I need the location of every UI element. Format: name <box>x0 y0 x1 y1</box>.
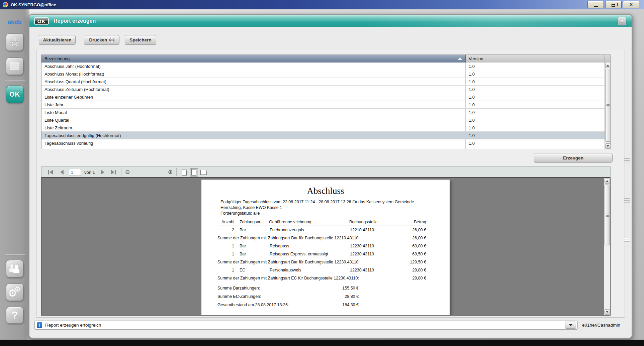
page-count-label: von 1 <box>84 170 95 175</box>
sidebar-help-button[interactable]: ? <box>6 307 23 324</box>
scroll-up-button[interactable] <box>605 63 611 68</box>
cell-zahlungsart: Bar <box>236 228 269 232</box>
preview-scrollbar-thumb[interactable] <box>605 185 610 245</box>
cell-version: 1.0 <box>466 86 605 93</box>
next-page-button[interactable] <box>101 170 104 175</box>
cell-version: 1.0 <box>466 109 605 116</box>
ok-badge-icon: OK <box>34 17 49 25</box>
table-row[interactable]: Abschluss Quartal (Hochformat) 1.0 <box>41 78 610 86</box>
table-row[interactable]: Liste einzelner Gebühren 1.0 <box>41 93 610 101</box>
total-row: Summe Barzahlungen: 155,50 € <box>217 284 426 292</box>
column-header-bezeichnung[interactable]: Bezeichnung <box>41 55 466 63</box>
akdb-logo: akdb <box>0 19 29 25</box>
zoom-slider[interactable] <box>133 176 167 176</box>
report-erzeugen-dialog: OK Report erzeugen × Aktualisieren Druck… <box>28 14 633 339</box>
star-icon: ☆ <box>9 36 20 48</box>
report-status-line: Forderungstatus: alle <box>220 211 431 216</box>
preview-scrollbar[interactable] <box>604 178 611 315</box>
cell-buchungsstelle: 12230.43110 <box>349 252 403 256</box>
table-row[interactable]: Tagesabschluss vorläufig (Hochformat) 1.… <box>41 147 610 149</box>
cell-betrag: 129,50 € <box>403 260 426 264</box>
table-row[interactable]: Tagesabschluss endgültig (Hochformat) 1.… <box>41 132 610 139</box>
cell-bezeichnung: Tagesabschluss endgültig (Hochformat) <box>41 132 466 139</box>
speichern-button[interactable]: Speichern <box>125 35 156 45</box>
table-row[interactable]: Abschluss Zeitraum (Hochformat) 1.0 <box>41 86 610 93</box>
total-label: Summe EC-Zahlungen: <box>217 294 328 299</box>
report-row: Summe der Zahlungen mit Zahlungsart EC f… <box>219 274 426 282</box>
toolbar-separator <box>121 168 121 176</box>
sidebar-users-button[interactable] <box>6 260 23 277</box>
table-row[interactable]: Liste Zeitraum 1.0 <box>41 124 610 132</box>
column-header-version[interactable]: Version <box>466 55 605 63</box>
first-page-button[interactable] <box>48 170 53 175</box>
window-title: OK.SYNERGO@office <box>11 2 56 7</box>
scroll-down-button[interactable] <box>605 143 611 149</box>
cell-version: 1.0 <box>466 78 605 85</box>
cell-version: 1.0 <box>466 124 605 131</box>
previous-page-button[interactable] <box>60 170 64 175</box>
page-number-input[interactable] <box>69 169 81 176</box>
report-totals: Summe Barzahlungen: 155,50 € Summe EC-Za… <box>217 284 426 309</box>
table-row[interactable]: Liste Monat 1.0 <box>41 109 610 116</box>
status-message-combo[interactable]: i Report erzeugen erfolgreich <box>34 321 578 330</box>
dialog-close-button[interactable]: × <box>618 17 626 25</box>
zoom-out-icon[interactable]: ⊖ <box>125 168 130 176</box>
close-window-button[interactable]: × <box>623 1 639 8</box>
cell-zahlungsart: Bar <box>236 244 269 248</box>
table-scrollbar-thumb[interactable] <box>605 69 611 142</box>
report-row: 1 Bar Reisepass Express, ermaessigt 1223… <box>219 250 426 258</box>
sidebar: akdb ☆ OK ⚙ ⚙ ? <box>0 9 29 340</box>
cell-buchungsstelle: 12210.43110 <box>349 228 403 232</box>
table-row[interactable]: Liste Jahr 1.0 <box>41 101 610 109</box>
splitter-grip[interactable] <box>624 198 630 203</box>
drucken-button[interactable]: Drucken <box>84 35 119 45</box>
preview-scroll-down-button[interactable] <box>605 309 610 315</box>
table-row[interactable]: Liste Quartal 1.0 <box>41 116 610 124</box>
report-row: Summe der Zahlungen mit Zahlungsart Bar … <box>219 234 426 242</box>
dialog-title: Report erzeugen <box>54 18 96 24</box>
status-message: Report erzeugen erfolgreich <box>45 323 101 328</box>
cell-version: 1.0 <box>466 116 605 124</box>
column-header-bezeichnung-label: Bezeichnung <box>44 56 70 61</box>
status-dropdown-button[interactable] <box>565 322 576 329</box>
sidebar-ok-button[interactable]: OK <box>6 86 23 103</box>
sidebar-settings-button[interactable]: ⚙ ⚙ <box>6 283 23 301</box>
fit-width-button[interactable] <box>199 168 208 177</box>
table-row[interactable]: Abschluss Jahr (Hochformat) 1.0 <box>41 63 610 70</box>
total-row: Gesamtbestand am 28.08.2017 13:26: 184,3… <box>217 301 426 309</box>
screen: OK.SYNERGO@office × akdb ☆ OK ⚙ <box>0 0 644 346</box>
total-value: 184,30 € <box>328 303 359 307</box>
zoom-in-icon[interactable]: ⊕ <box>168 168 173 176</box>
info-icon: i <box>37 322 42 328</box>
last-page-button[interactable] <box>111 170 116 175</box>
report-preview-area: Abschluss Endgültiger Tagesabschluss vom… <box>41 178 611 316</box>
cell-buchungsstelle: 12230.43110 <box>349 244 403 248</box>
column-header-stub <box>605 55 610 63</box>
sidebar-favorites-button[interactable]: ☆ <box>6 33 23 51</box>
report-row: 2 Bar Fuehrungszeugnis 12210.43110 26,00… <box>219 226 426 234</box>
total-value: 28,80 € <box>328 294 359 299</box>
report-list-header: Bezeichnung Version <box>41 55 610 63</box>
restore-button[interactable] <box>605 1 622 8</box>
minimize-button[interactable] <box>587 1 604 8</box>
splitter-grip[interactable] <box>624 238 630 242</box>
fit-page-button[interactable] <box>190 168 198 177</box>
erzeugen-button[interactable]: Erzeugen <box>534 153 613 162</box>
toolbar-separator <box>176 168 177 176</box>
cell-version: 1.0 <box>466 93 605 101</box>
table-row[interactable]: Tagesabschluss vorläufig 1.0 <box>41 139 610 147</box>
sidebar-list-button[interactable] <box>6 57 23 75</box>
cell-summen-label: Summe der Zahlungen mit Zahlungsart Bar … <box>217 236 403 240</box>
cell-gebuehrenbezeichnung: Fuehrungszeugnis <box>269 228 349 232</box>
ok-icon: OK <box>9 91 20 98</box>
splitter-grip[interactable] <box>624 158 630 162</box>
cell-betrag: 26,00 € <box>403 236 426 240</box>
total-value: 155,50 € <box>328 286 359 291</box>
actual-size-button[interactable] <box>180 168 188 177</box>
table-row[interactable]: Abschluss Monat (Hochformat) 1.0 <box>41 70 610 78</box>
aktualisieren-button[interactable]: Aktualisieren <box>39 35 76 45</box>
total-label: Gesamtbestand am 28.08.2017 13:26: <box>217 303 328 307</box>
cell-bezeichnung: Liste Monat <box>41 109 466 116</box>
table-scrollbar[interactable] <box>605 63 611 149</box>
preview-scroll-up-button[interactable] <box>605 179 610 184</box>
